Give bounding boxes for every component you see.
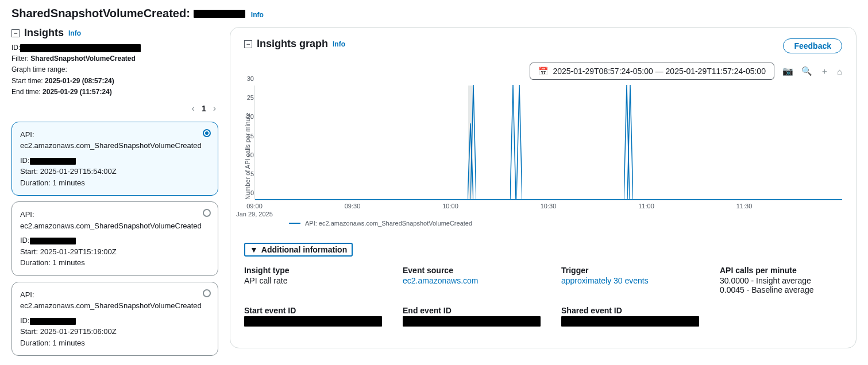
additional-info-toggle[interactable]: ▼ Additional information bbox=[244, 243, 353, 257]
redacted-text bbox=[244, 316, 382, 327]
card-api: API:ec2.amazonaws.com_SharedSnapshotVolu… bbox=[20, 289, 210, 312]
redacted-text bbox=[561, 316, 699, 327]
x-tick: 10:30 bbox=[541, 203, 557, 209]
insight-card[interactable]: API:ec2.amazonaws.com_SharedSnapshotVolu… bbox=[11, 122, 218, 196]
insight-card[interactable]: API:ec2.amazonaws.com_SharedSnapshotVolu… bbox=[11, 201, 218, 276]
card-id: ID: bbox=[20, 315, 210, 327]
time-range-text: 2025-01-29T08:57:24-05:00 — 2025-01-29T1… bbox=[553, 67, 766, 76]
camera-icon[interactable]: 📷 bbox=[782, 66, 793, 76]
prev-page-icon[interactable]: ‹ bbox=[192, 103, 195, 114]
data-spike bbox=[510, 85, 516, 200]
title-text: SharedSnapshotVolumeCreated: bbox=[11, 7, 190, 20]
plot-area[interactable]: 051015202530 bbox=[254, 86, 842, 200]
y-tick: 10 bbox=[247, 152, 254, 158]
card-id: ID: bbox=[20, 155, 210, 166]
info-label: Insight type bbox=[244, 266, 382, 275]
data-spike bbox=[627, 85, 633, 200]
home-icon[interactable]: ⌂ bbox=[837, 67, 842, 76]
x-date: Jan 29, 2025 bbox=[236, 211, 273, 218]
redacted-text bbox=[403, 316, 541, 327]
info-link[interactable]: Info bbox=[251, 11, 264, 19]
info-label: Event source bbox=[403, 266, 541, 275]
caret-down-icon: ▼ bbox=[250, 245, 258, 254]
x-tick: 11:00 bbox=[638, 203, 654, 209]
calendar-icon: 📅 bbox=[538, 67, 548, 76]
info-cell bbox=[720, 306, 842, 327]
radio-icon[interactable] bbox=[203, 289, 211, 297]
additional-info: ▼ Additional information Insight typeAPI… bbox=[244, 243, 842, 327]
radio-icon[interactable] bbox=[203, 129, 211, 137]
insights-sidebar: − Insights Info ID: Filter: SharedSnapsh… bbox=[11, 27, 218, 362]
page-header: SharedSnapshotVolumeCreated: Info bbox=[11, 7, 857, 20]
x-tick: 09:30 bbox=[345, 203, 361, 209]
y-tick: 5 bbox=[250, 170, 254, 177]
info-cell: Start event ID bbox=[244, 306, 382, 327]
y-tick: 25 bbox=[247, 94, 254, 101]
y-tick: 30 bbox=[247, 75, 254, 82]
y-tick: 0 bbox=[250, 189, 254, 196]
legend-label: API: ec2.amazonaws.com_SharedSnapshotVol… bbox=[305, 220, 472, 227]
redacted-text bbox=[194, 10, 245, 18]
redacted-text bbox=[20, 44, 141, 52]
data-spike bbox=[470, 85, 476, 200]
card-duration: Duration: 1 minutes bbox=[20, 337, 210, 349]
page-number: 1 bbox=[202, 104, 206, 113]
info-value: 0.0045 - Baseline average bbox=[720, 285, 842, 294]
info-link[interactable]: Info bbox=[68, 29, 81, 37]
collapse-icon[interactable]: − bbox=[11, 29, 20, 37]
next-page-icon[interactable]: › bbox=[213, 103, 216, 114]
info-label: Start event ID bbox=[244, 306, 382, 315]
chart: Number of API calls per minute 051015202… bbox=[244, 86, 842, 227]
feedback-button[interactable]: Feedback bbox=[783, 38, 842, 53]
x-tick: 11:30 bbox=[736, 203, 753, 209]
info-label: Shared event ID bbox=[561, 306, 699, 315]
info-cell: Event sourceec2.amazonaws.com bbox=[403, 266, 541, 294]
insights-graph-panel: − Insights graph Info Feedback 📅 2025-01… bbox=[230, 27, 857, 348]
additional-info-title: Additional information bbox=[261, 245, 347, 254]
x-tick: 10:00 bbox=[442, 203, 458, 209]
insights-meta: ID: Filter: SharedSnapshotVolumeCreated … bbox=[11, 42, 218, 98]
info-link-value[interactable]: approximately 30 events bbox=[561, 276, 649, 285]
info-label: End event ID bbox=[403, 306, 541, 315]
legend-line-icon bbox=[289, 223, 300, 224]
info-cell: API calls per minute30.0000 - Insight av… bbox=[720, 266, 842, 294]
expand-icon[interactable]: ＋ bbox=[820, 66, 829, 77]
card-api: API:ec2.amazonaws.com_SharedSnapshotVolu… bbox=[20, 129, 210, 152]
info-cell: Shared event ID bbox=[561, 306, 699, 327]
y-tick: 15 bbox=[247, 133, 254, 139]
card-start: Start: 2025-01-29T15:19:00Z bbox=[20, 246, 210, 258]
info-cell: Triggerapproximately 30 events bbox=[561, 266, 699, 294]
pager: ‹ 1 › bbox=[14, 103, 216, 114]
x-tick: 09:00 bbox=[246, 203, 263, 209]
insight-card[interactable]: API:ec2.amazonaws.com_SharedSnapshotVolu… bbox=[11, 282, 218, 356]
info-link-value[interactable]: ec2.amazonaws.com bbox=[403, 276, 479, 285]
y-tick: 20 bbox=[247, 113, 254, 120]
card-start: Start: 2025-01-29T15:06:00Z bbox=[20, 326, 210, 337]
insights-title: Insights bbox=[24, 27, 64, 39]
card-duration: Duration: 1 minutes bbox=[20, 177, 210, 189]
info-value: 30.0000 - Insight average bbox=[720, 276, 842, 285]
baseline bbox=[255, 199, 842, 200]
collapse-icon[interactable]: − bbox=[244, 40, 252, 48]
card-api: API:ec2.amazonaws.com_SharedSnapshotVolu… bbox=[20, 209, 210, 231]
time-range-picker[interactable]: 📅 2025-01-29T08:57:24-05:00 — 2025-01-29… bbox=[530, 63, 774, 80]
page-title: SharedSnapshotVolumeCreated: bbox=[11, 7, 245, 20]
chart-legend: API: ec2.amazonaws.com_SharedSnapshotVol… bbox=[289, 220, 842, 227]
info-value: API call rate bbox=[244, 276, 382, 285]
info-cell: End event ID bbox=[403, 306, 541, 327]
info-label: Trigger bbox=[561, 266, 699, 275]
card-id: ID: bbox=[20, 235, 210, 246]
info-label: API calls per minute bbox=[720, 266, 842, 275]
data-spike bbox=[516, 85, 522, 200]
info-cell: Insight typeAPI call rate bbox=[244, 266, 382, 294]
info-link[interactable]: Info bbox=[333, 40, 345, 48]
graph-title: Insights graph bbox=[257, 38, 328, 50]
zoom-icon[interactable]: 🔍 bbox=[801, 66, 812, 76]
card-duration: Duration: 1 minutes bbox=[20, 257, 210, 269]
card-start: Start: 2025-01-29T15:54:00Z bbox=[20, 166, 210, 177]
